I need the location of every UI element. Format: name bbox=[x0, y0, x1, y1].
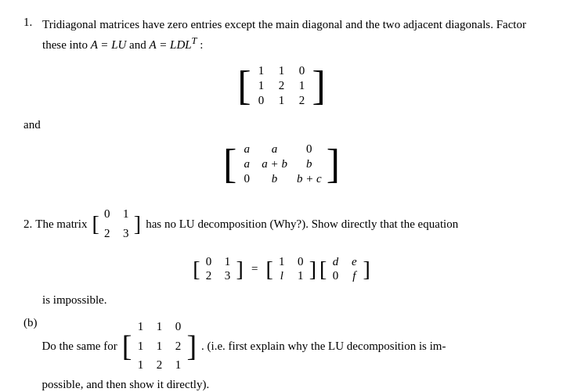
sub-b-prefix: Do the same for bbox=[42, 337, 117, 355]
inline-matrix-bracket-right: ] bbox=[134, 213, 141, 235]
sub-b-matrix-content: 1 1 0 1 1 2 1 2 1 bbox=[132, 316, 186, 376]
problem-2-inline-matrix: [ 0 1 2 3 ] bbox=[92, 203, 141, 244]
sub-b-text2: possible, and then show it directly). bbox=[42, 376, 540, 393]
problem-2-number: 2. bbox=[23, 214, 32, 233]
matrix-2-bracket-left: [ bbox=[223, 144, 236, 185]
problem-1-number: 1. bbox=[23, 16, 38, 29]
matrix-2-wrapper: [ a a 0 a a + b b 0 b b + c ] bbox=[223, 139, 340, 189]
sub-b-text1: . (i.e. first explain why the LU decompo… bbox=[201, 337, 446, 355]
eq-m1-bracket-left: [ bbox=[265, 258, 272, 280]
matrix-2-bracket-right: ] bbox=[327, 144, 340, 185]
eq-m1-bracket-right: ] bbox=[309, 258, 316, 280]
matrix-1-bracket-right: ] bbox=[312, 66, 326, 106]
eq-lhs-content: 0 1 2 3 bbox=[200, 254, 236, 284]
sub-b-matrix-bracket-right: ] bbox=[186, 331, 197, 361]
is-impossible-text: is impossible. bbox=[42, 293, 540, 307]
eq-m1-wrapper: [ 1 0 l 1 ] bbox=[265, 254, 316, 284]
equation-line: [ 0 1 2 3 ] = [ 1 0 l 1 ] [ d bbox=[23, 254, 540, 284]
eq-lhs-bracket-left: [ bbox=[193, 258, 200, 280]
matrix-1-display: [ 1 1 0 1 2 1 0 1 2 ] bbox=[23, 61, 540, 110]
sub-b-matrix: [ 1 1 0 1 1 2 1 2 1 ] bbox=[122, 316, 197, 376]
inline-matrix-bracket-left: [ bbox=[92, 213, 99, 235]
matrix-1-content: 1 1 0 1 2 1 0 1 2 bbox=[251, 61, 312, 110]
sub-b-label: (b) bbox=[23, 316, 38, 329]
problem-2-prefix: The matrix bbox=[35, 214, 87, 233]
eq-equals: = bbox=[251, 262, 258, 275]
and-label: and bbox=[23, 118, 540, 131]
problem-1-header: 1. Tridiagonal matrices have zero entrie… bbox=[23, 16, 540, 53]
eq-m2-content: d e 0 f bbox=[327, 254, 363, 284]
sub-b-content: Do the same for [ 1 1 0 1 1 2 1 2 1 bbox=[42, 316, 540, 392]
problem-2-text: has no LU decomposition (Why?). Show dir… bbox=[146, 214, 458, 233]
eq-lhs-bracket-right: ] bbox=[236, 258, 244, 280]
sub-b-matrix-bracket-left: [ bbox=[122, 331, 132, 361]
eq-lhs-wrapper: [ 0 1 2 3 ] bbox=[193, 254, 244, 284]
eq-m2-bracket-right: ] bbox=[363, 258, 370, 280]
matrix-1-wrapper: [ 1 1 0 1 2 1 0 1 2 ] bbox=[237, 61, 326, 110]
matrix-2-display: [ a a 0 a a + b b 0 b b + c ] bbox=[23, 139, 540, 189]
eq-m2-bracket-left: [ bbox=[319, 258, 327, 280]
inline-matrix-content: 0 1 2 3 bbox=[99, 203, 134, 244]
matrix-1-bracket-left: [ bbox=[237, 66, 251, 106]
problem-1-text: Tridiagonal matrices have zero entries e… bbox=[42, 16, 540, 53]
eq-m1-content: 1 0 l 1 bbox=[273, 254, 309, 284]
sub-b-inner: Do the same for [ 1 1 0 1 1 2 1 2 1 bbox=[42, 316, 540, 376]
problem-1: 1. Tridiagonal matrices have zero entrie… bbox=[23, 16, 540, 189]
problem-2: 2. The matrix [ 0 1 2 3 ] has no LU deco… bbox=[23, 203, 540, 392]
problem-2-header: 2. The matrix [ 0 1 2 3 ] has no LU deco… bbox=[23, 203, 540, 244]
matrix-2-content: a a 0 a a + b b 0 b b + c bbox=[236, 139, 326, 189]
sub-problem-b: (b) Do the same for [ 1 1 0 1 1 2 1 2 bbox=[23, 316, 540, 392]
eq-m2-wrapper: [ d e 0 f ] bbox=[319, 254, 370, 284]
